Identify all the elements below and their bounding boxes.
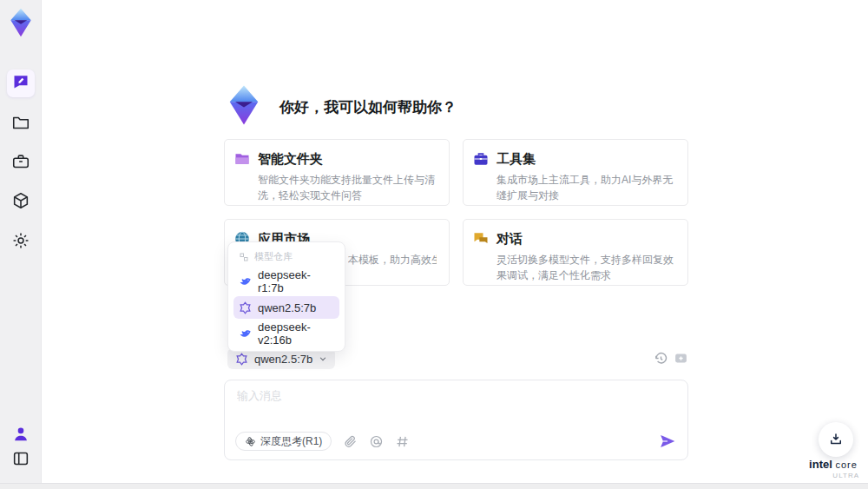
window-bottom-edge xyxy=(0,483,868,489)
mention-button[interactable] xyxy=(369,434,384,449)
card-description: 集成市场上主流工具，助力AI与外界无缝扩展与对接 xyxy=(496,172,675,203)
dialogue-icon xyxy=(472,230,490,248)
send-button[interactable] xyxy=(659,433,676,450)
qwen-icon xyxy=(239,301,252,314)
deepseek-icon xyxy=(239,327,252,340)
sidebar-item-toolbox[interactable] xyxy=(11,154,30,173)
at-circle-icon xyxy=(369,434,384,449)
history-button[interactable] xyxy=(654,351,668,366)
app-logo-icon xyxy=(5,7,36,38)
deep-think-toggle[interactable]: 深度思考(R1) xyxy=(235,432,332,451)
card-title: 对话 xyxy=(496,231,523,248)
model-selector-value: qwen2.5:7b xyxy=(254,353,312,366)
card-title: 工具集 xyxy=(496,151,536,168)
card-toolset[interactable]: 工具集 集成市场上主流工具，助力AI与外界无缝扩展与对接 xyxy=(463,139,688,206)
card-description: 灵活切换多模型文件，支持多样回复效果调试，满足个性化需求 xyxy=(496,252,675,283)
hash-icon xyxy=(395,434,410,449)
gear-icon xyxy=(11,231,30,254)
sidebar-item-chat[interactable] xyxy=(7,69,35,97)
page-title: 你好，我可以如何帮助你？ xyxy=(279,97,457,117)
sidebar-item-folders[interactable] xyxy=(11,115,30,134)
send-icon xyxy=(659,433,676,450)
user-icon xyxy=(11,425,30,447)
sidebar-item-settings[interactable] xyxy=(11,233,30,252)
model-option-qwen[interactable]: qwen2.5:7b xyxy=(233,296,339,319)
paperclip-icon xyxy=(343,434,358,449)
model-option-deepseek-r1[interactable]: deepseek-r1:7b xyxy=(233,270,339,293)
sidebar-item-collapse[interactable] xyxy=(11,451,30,470)
message-composer: 深度思考(R1) xyxy=(224,380,688,460)
hero-logo-icon xyxy=(222,83,266,127)
folder-icon xyxy=(11,113,30,135)
card-title: 智能文件夹 xyxy=(258,151,323,168)
plus-square-icon xyxy=(674,351,688,366)
model-dropdown-header: 模型仓库 xyxy=(233,248,339,267)
briefcase-icon xyxy=(11,152,30,175)
chat-bubble-icon xyxy=(12,73,30,94)
cube-icon xyxy=(11,191,30,214)
deep-think-label: 深度思考(R1) xyxy=(260,434,322,449)
card-dialogue[interactable]: 对话 灵活切换多模型文件，支持多样回复效果调试，满足个性化需求 xyxy=(463,219,688,286)
composer-toolbar: 深度思考(R1) xyxy=(235,432,410,451)
repository-icon xyxy=(239,252,249,262)
model-option-deepseek-v2[interactable]: deepseek-v2:16b xyxy=(233,322,339,345)
download-icon xyxy=(828,432,844,447)
core-wordmark: core xyxy=(835,459,857,470)
atom-icon xyxy=(245,436,256,447)
sidebar xyxy=(0,0,42,483)
history-icon xyxy=(654,351,668,366)
ultra-label: ULTRA xyxy=(800,472,866,479)
attach-file-button[interactable] xyxy=(343,434,358,449)
chevron-down-icon xyxy=(319,354,327,363)
model-dropdown: 模型仓库 deepseek-r1:7b qwen2.5:7b deepseek-… xyxy=(227,241,345,352)
prompt-library-button[interactable] xyxy=(395,434,410,449)
intel-wordmark: intel xyxy=(809,458,832,471)
panel-layout-icon xyxy=(11,449,30,472)
smart-folder-icon xyxy=(233,150,251,168)
new-chat-button[interactable] xyxy=(674,351,688,366)
toolset-icon xyxy=(472,150,490,168)
card-description: 本模板，助力高效生成多 xyxy=(348,252,437,268)
card-description: 智能文件夹功能支持批量文件上传与清洗，轻松实现文件问答 xyxy=(258,172,437,203)
download-button[interactable] xyxy=(819,422,853,457)
sidebar-item-apps[interactable] xyxy=(11,193,30,212)
message-input[interactable] xyxy=(237,388,671,423)
app-window: 你好，我可以如何帮助你？ 智能文件夹 智能文件夹功能支持批量文件上传与清洗，轻松… xyxy=(0,0,868,489)
card-smart-folder[interactable]: 智能文件夹 智能文件夹功能支持批量文件上传与清洗，轻松实现文件问答 xyxy=(224,139,450,206)
deepseek-icon xyxy=(239,275,252,288)
sidebar-item-account[interactable] xyxy=(11,426,30,446)
qwen-icon xyxy=(235,353,248,366)
intel-core-logo: intel core ULTRA xyxy=(800,456,866,479)
